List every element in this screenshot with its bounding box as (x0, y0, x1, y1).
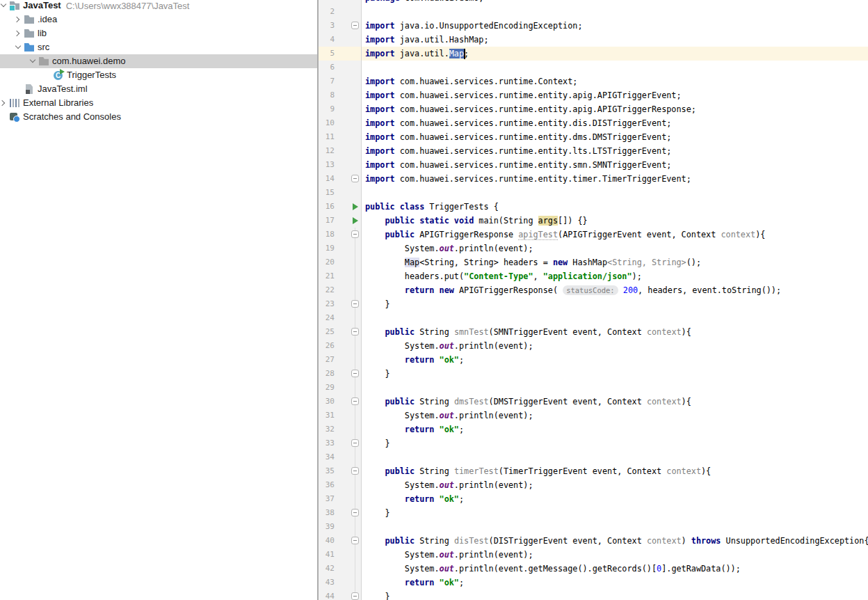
code-line[interactable]: import com.huawei.services.runtime.Conte… (361, 74, 868, 88)
code-line[interactable]: Map<String, String> headers = new HashMa… (361, 255, 868, 269)
chevron-down-icon[interactable] (0, 2, 7, 9)
code-line[interactable]: System.out.println(event); (361, 548, 868, 562)
code-line[interactable]: } (361, 367, 868, 381)
tree-item-class-triggertests[interactable]: TriggerTests (0, 68, 317, 82)
code-line[interactable] (361, 311, 868, 325)
fold-marker-icon[interactable] (351, 592, 359, 600)
fold-marker-icon[interactable] (351, 328, 359, 335)
code-line[interactable]: import com.huawei.services.runtime.entit… (361, 88, 868, 102)
code-line-row: 10import com.huawei.services.runtime.ent… (319, 116, 868, 130)
code-line[interactable]: } (361, 506, 868, 520)
fold-marker-icon[interactable] (351, 22, 359, 29)
chevron-spacer (0, 113, 7, 120)
gutter: 36 (319, 478, 361, 492)
tree-item-javatest-iml[interactable]: JavaTest.iml (0, 82, 317, 96)
code-line[interactable]: import java.io.UnsupportedEncodingExcept… (361, 19, 868, 33)
code-line[interactable]: import com.huawei.services.runtime.entit… (361, 102, 868, 116)
gutter-marker-area (335, 116, 361, 130)
code-line[interactable]: System.out.println(event); (361, 339, 868, 353)
fold-marker-icon[interactable] (351, 370, 359, 377)
code-line[interactable]: } (361, 436, 868, 450)
code-line-row: 3import java.io.UnsupportedEncodingExcep… (319, 19, 868, 33)
chevron-spacer (44, 72, 51, 79)
line-number: 27 (319, 353, 335, 367)
code-line[interactable] (361, 186, 868, 200)
tree-item-lib-folder[interactable]: lib (0, 26, 317, 40)
code-line[interactable]: System.out.println(event.getMessage().ge… (361, 562, 868, 576)
code-line-row: 33 } (319, 436, 868, 450)
tree-item-external-libraries[interactable]: External Libraries (0, 96, 317, 110)
fold-marker-icon[interactable] (351, 230, 359, 238)
editor-pane[interactable]: 1package com.huawei.demo;23import java.i… (319, 0, 868, 600)
fold-marker-icon[interactable] (351, 300, 359, 308)
code-line[interactable]: import java.util.Map; (361, 47, 868, 61)
code-line[interactable]: public APIGTriggerResponse apigTest(APIG… (361, 228, 868, 242)
line-number: 3 (319, 19, 335, 33)
chevron-right-icon[interactable] (15, 30, 22, 37)
code-line[interactable] (361, 450, 868, 464)
code-line[interactable]: import com.huawei.services.runtime.entit… (361, 130, 868, 144)
editor-rows: 1package com.huawei.demo;23import java.i… (319, 0, 868, 600)
code-line[interactable]: public String smnTest(SMNTriggerEvent ev… (361, 325, 868, 339)
code-line[interactable] (361, 520, 868, 534)
code-line[interactable] (361, 5, 868, 19)
code-line[interactable] (361, 381, 868, 395)
code-line-row: 24 (319, 311, 868, 325)
fold-marker-icon[interactable] (351, 509, 359, 516)
tree-item-javatest-root[interactable]: JavaTestC:\Users\wwx388477\JavaTest (0, 0, 317, 13)
code-line[interactable]: return new APIGTriggerResponse( statusCo… (361, 283, 868, 297)
code-line[interactable]: System.out.println(event); (361, 409, 868, 423)
gutter: 13 (319, 158, 361, 172)
code-line[interactable]: return "ok"; (361, 576, 868, 590)
code-line[interactable]: import com.huawei.services.runtime.entit… (361, 116, 868, 130)
line-number: 17 (319, 214, 335, 228)
code-line[interactable]: System.out.println(event); (361, 242, 868, 255)
fold-marker-icon[interactable] (351, 467, 359, 475)
code-line-row: 21 headers.put("Content-Type", "applicat… (319, 269, 868, 283)
gutter-marker-area (335, 311, 361, 325)
code-line[interactable]: return "ok"; (361, 423, 868, 436)
code-line[interactable]: public String timerTest(TimerTriggerEven… (361, 464, 868, 478)
chevron-right-icon[interactable] (0, 100, 7, 106)
run-icon[interactable] (353, 217, 358, 224)
code-line[interactable] (361, 61, 868, 74)
chevron-down-icon[interactable] (29, 58, 36, 65)
gutter: 4 (319, 33, 361, 47)
fold-marker-icon[interactable] (351, 537, 359, 544)
code-line-row: 28 } (319, 367, 868, 381)
code-line[interactable]: headers.put("Content-Type", "application… (361, 269, 868, 283)
tree-item-src-folder[interactable]: src (0, 40, 317, 54)
tree-item-scratches-and-consoles[interactable]: Scratches and Consoles (0, 110, 317, 124)
chevron-spacer (15, 86, 22, 93)
code-line[interactable]: import com.huawei.services.runtime.entit… (361, 172, 868, 186)
code-line[interactable]: public class TriggerTests { (361, 200, 868, 214)
code-line[interactable]: public static void main(String args[]) {… (361, 214, 868, 228)
code-line-row: 26 System.out.println(event); (319, 339, 868, 353)
fold-marker-icon[interactable] (351, 175, 359, 182)
line-number: 44 (319, 590, 335, 600)
code-line[interactable]: public String disTest(DISTriggerEvent ev… (361, 534, 868, 548)
tree-item-label: com.huawei.demo (52, 54, 126, 68)
code-line-row: 36 System.out.println(event); (319, 478, 868, 492)
code-line[interactable]: public String dmsTest(DMSTriggerEvent ev… (361, 395, 868, 409)
tree-item-idea-folder[interactable]: .idea (0, 13, 317, 26)
code-line[interactable]: return "ok"; (361, 492, 868, 506)
code-line[interactable]: package com.huawei.demo; (361, 0, 868, 5)
gutter: 16 (319, 200, 361, 214)
code-line-row: 29 (319, 381, 868, 395)
code-line[interactable]: } (361, 297, 868, 311)
run-icon[interactable] (353, 203, 358, 210)
code-line[interactable]: import java.util.HashMap; (361, 33, 868, 47)
fold-marker-icon[interactable] (351, 397, 359, 405)
code-line[interactable]: } (361, 590, 868, 600)
code-line[interactable]: import com.huawei.services.runtime.entit… (361, 158, 868, 172)
gutter-marker-area (335, 130, 361, 144)
tree-item-package-com-huawei-demo[interactable]: com.huawei.demo (0, 54, 317, 68)
code-line[interactable]: System.out.println(event); (361, 478, 868, 492)
chevron-down-icon[interactable] (15, 44, 22, 51)
code-line[interactable]: return "ok"; (361, 353, 868, 367)
code-line[interactable]: import com.huawei.services.runtime.entit… (361, 144, 868, 158)
line-number: 7 (319, 74, 335, 88)
fold-marker-icon[interactable] (351, 439, 359, 447)
chevron-right-icon[interactable] (15, 16, 22, 23)
